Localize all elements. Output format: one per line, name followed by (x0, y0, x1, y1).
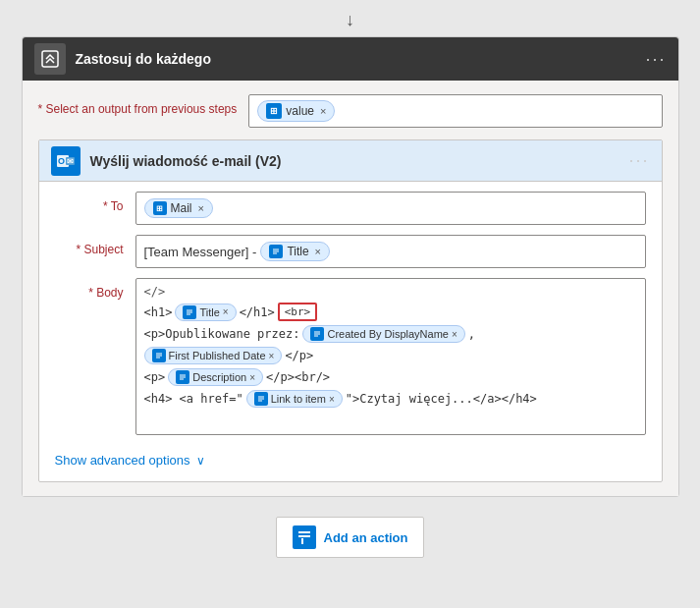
p-close: </p> (285, 349, 313, 362)
show-advanced-label: Show advanced options (55, 453, 190, 468)
outlook-icon: O ✉ (51, 146, 81, 176)
svg-rect-6 (298, 535, 310, 537)
description-close[interactable]: × (249, 372, 255, 383)
add-action-button[interactable]: Add an action (276, 517, 425, 558)
mail-token: ⊞ Mail × (144, 198, 213, 218)
outer-card-title: Zastosuj do każdego (76, 51, 211, 67)
body-editor[interactable]: </> <h1> Title × (135, 278, 646, 435)
email-card-body: To ⊞ Mail × Subject (39, 182, 662, 481)
comma: , (468, 327, 475, 341)
mail-token-close[interactable]: × (198, 202, 204, 214)
created-by-icon (310, 327, 324, 341)
value-token: ⊞ value × (257, 100, 335, 122)
value-token-close[interactable]: × (320, 105, 326, 117)
add-action-label: Add an action (324, 530, 408, 545)
mail-token-icon: ⊞ (153, 201, 167, 215)
title-token-subject-icon (269, 245, 283, 258)
outer-card: Zastosuj do każdego ··· Select an output… (22, 36, 679, 497)
svg-rect-7 (298, 531, 310, 533)
loop-icon (34, 43, 66, 75)
body-row: Body </> <h1> Title (55, 278, 646, 435)
link-token-text: Link to item (271, 393, 326, 405)
to-label: To (55, 192, 124, 213)
h4-a-open: <h4> <a href=" (144, 392, 243, 406)
chevron-down-icon: ∨ (196, 454, 205, 468)
br-token: <br> (278, 303, 318, 321)
body-label: Body (55, 278, 124, 300)
link-token-close[interactable]: × (329, 394, 335, 405)
published-date-text: First Published Date (169, 350, 266, 361)
outer-card-menu-button[interactable]: ··· (645, 49, 666, 70)
select-output-label: Select an output from previous steps (38, 94, 238, 116)
published-date-token: First Published Date × (144, 347, 283, 364)
description-icon (176, 370, 189, 384)
email-card-title: Wyślij wiadomość e-mail (V2) (90, 153, 282, 169)
created-by-token: Created By DisplayName × (302, 325, 464, 343)
title-token-subject: Title × (260, 242, 330, 261)
h1-close: </h1> (240, 305, 275, 319)
title-token-body: Title × (175, 304, 236, 321)
token-icon: ⊞ (266, 103, 282, 119)
title-token-subject-close[interactable]: × (315, 246, 321, 257)
to-row: To ⊞ Mail × (55, 192, 646, 225)
title-token-body-close[interactable]: × (223, 306, 229, 317)
mail-token-text: Mail (171, 201, 192, 215)
subject-label: Subject (55, 235, 124, 256)
svg-text:✉: ✉ (67, 157, 74, 166)
link-token: Link to item × (246, 390, 343, 408)
link-icon (254, 392, 268, 406)
add-action-section: Add an action (276, 517, 425, 558)
description-token: Description × (168, 368, 263, 386)
email-card-menu-button[interactable]: ··· (628, 150, 649, 171)
svg-text:O: O (58, 156, 65, 166)
body-line-4: <p> Description × </p><br/> (144, 368, 637, 386)
select-output-row: Select an output from previous steps ⊞ v… (38, 94, 663, 128)
body-line-1: <h1> Title × </h1> <br> (144, 303, 637, 321)
published-date-icon (152, 349, 166, 362)
outer-card-header: Zastosuj do każdego ··· (23, 37, 678, 81)
down-arrow-icon: ↓ (346, 10, 354, 30)
body-line-3: First Published Date × </p> (144, 347, 637, 364)
h1-open: <h1> (144, 305, 173, 319)
created-by-close[interactable]: × (452, 329, 458, 340)
published-date-close[interactable]: × (269, 351, 275, 361)
title-token-body-text: Title (199, 306, 219, 318)
p2-open: <p> (144, 370, 166, 384)
to-input[interactable]: ⊞ Mail × (135, 192, 646, 225)
p-opublikowane: <p>Opublikowane przez: (144, 327, 300, 341)
h4-a-close: ">Czytaj więcej...</a></h4> (346, 392, 537, 406)
description-text: Description (192, 371, 246, 383)
body-line-2: <p>Opublikowane przez: Created By Displa… (144, 325, 637, 343)
body-line-5: <h4> <a href=" Link to item × ">Czytaj w… (144, 390, 637, 408)
created-by-text: Created By DisplayName (327, 328, 449, 340)
html-mode-indicator: </> (144, 285, 637, 299)
p2-close-br: </p><br/> (266, 370, 330, 384)
value-token-text: value (286, 104, 314, 118)
outer-card-body: Select an output from previous steps ⊞ v… (23, 81, 678, 496)
subject-prefix-text: [Team Messenger] - (144, 245, 257, 259)
svg-rect-8 (301, 538, 303, 544)
page-wrapper: ↓ Zastosuj do każdego ··· Select an (0, 0, 700, 608)
subject-row: Subject [Team Messenger] - (55, 235, 646, 268)
show-advanced-button[interactable]: Show advanced options ∨ (55, 445, 646, 471)
select-output-input[interactable]: ⊞ value × (248, 94, 662, 128)
add-action-icon (293, 525, 316, 549)
email-card-header: O ✉ Wyślij wiadomość e-mail (V2) ··· (39, 140, 662, 182)
title-token-body-icon (183, 305, 196, 319)
email-card: O ✉ Wyślij wiadomość e-mail (V2) ··· (38, 139, 663, 482)
subject-input[interactable]: [Team Messenger] - Title × (135, 235, 646, 268)
title-token-subject-text: Title (287, 245, 308, 258)
